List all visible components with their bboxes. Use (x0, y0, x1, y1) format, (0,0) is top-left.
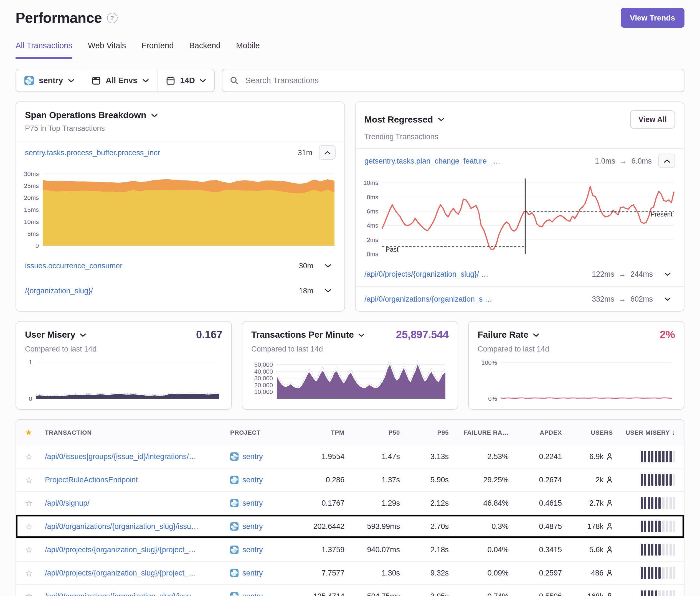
duration-value: 31m (298, 148, 312, 157)
transaction-link[interactable]: /api/0/projects/{organization_slug}/{pro… (45, 546, 226, 554)
card-title[interactable]: Transactions Per Minute (251, 330, 354, 340)
from-value: 122ms (592, 270, 614, 278)
page-filter-bar: sentry All Envs 14D (16, 69, 684, 92)
python-project-icon (230, 592, 239, 596)
collapse-chevron-up-button[interactable] (319, 145, 335, 160)
tpm-value: 0.286 (296, 476, 345, 484)
table-row: ☆/api/0/organizations/{organization_slug… (16, 515, 684, 538)
view-trends-button[interactable]: View Trends (620, 8, 684, 28)
expand-chevron-down-button[interactable] (659, 267, 675, 281)
expand-chevron-down-button[interactable] (659, 292, 675, 306)
users-count: 2.7k (589, 499, 603, 507)
python-project-icon (24, 76, 34, 85)
project-link[interactable]: sentry (242, 546, 263, 554)
p95-value: 2.12s (400, 499, 449, 507)
svg-text:50,000: 50,000 (254, 361, 273, 368)
failure-rate-value: 29.25% (449, 476, 509, 484)
star-header-icon[interactable]: ★ (25, 428, 45, 436)
tab-backend[interactable]: Backend (189, 41, 221, 59)
panel-transaction-row: /api/0/projects/{organization_slug}/ …12… (355, 262, 684, 286)
search-input[interactable] (244, 75, 677, 85)
p95-value: 9.32s (400, 569, 449, 577)
project-link[interactable]: sentry (242, 569, 263, 577)
user-misery-bars (641, 544, 675, 555)
transaction-link[interactable]: /api/0/organizations/{organization_slug}… (45, 592, 226, 596)
column-apdex[interactable]: APDEX (509, 429, 562, 436)
transaction-link[interactable]: ProjectRuleActionsEndpoint (45, 476, 226, 484)
column-user-misery[interactable]: USER MISERY ↓ (613, 429, 675, 436)
column-failure-rate[interactable]: FAILURE RA… (449, 429, 509, 436)
star-icon[interactable]: ☆ (25, 545, 33, 554)
star-icon[interactable]: ☆ (25, 498, 33, 508)
svg-text:15ms: 15ms (24, 206, 39, 213)
person-icon (606, 499, 613, 507)
tab-all-transactions[interactable]: All Transactions (16, 41, 72, 59)
help-icon[interactable]: ? (107, 12, 117, 23)
column-users[interactable]: USERS (562, 429, 613, 436)
project-link[interactable]: sentry (242, 499, 263, 507)
project-link[interactable]: sentry (242, 522, 263, 530)
column-tpm[interactable]: TPM (296, 429, 345, 436)
card-title[interactable]: Failure Rate (478, 330, 528, 340)
star-icon[interactable]: ☆ (25, 568, 33, 577)
environment-filter-label: All Envs (106, 76, 137, 85)
project-link[interactable]: sentry (242, 476, 263, 484)
transaction-link[interactable]: /api/0/organizations/{organization_s … (365, 295, 492, 303)
tab-web-vitals[interactable]: Web Vitals (88, 41, 126, 59)
project-link[interactable]: sentry (242, 592, 263, 596)
tpm-chart: 50,00040,00030,00020,00010,000 (251, 357, 449, 403)
python-project-icon (230, 569, 239, 577)
transaction-link[interactable]: getsentry.tasks.plan_change_feature_ … (365, 157, 500, 165)
column-transaction[interactable]: TRANSACTION (45, 429, 230, 436)
project-link[interactable]: sentry (242, 452, 263, 461)
environment-filter[interactable]: All Envs (83, 69, 157, 92)
chevron-down-icon[interactable] (438, 118, 444, 122)
collapse-chevron-up-button[interactable] (658, 154, 675, 168)
arrow-right-icon: → (620, 157, 627, 165)
span-operations-title[interactable]: Span Operations Breakdown (25, 110, 146, 120)
most-regressed-title[interactable]: Most Regressed (365, 114, 433, 125)
card-title[interactable]: User Misery (25, 330, 75, 340)
column-p95[interactable]: P95 (400, 429, 449, 436)
project-filter[interactable]: sentry (16, 69, 83, 92)
tab-frontend[interactable]: Frontend (142, 41, 174, 59)
person-icon (606, 593, 613, 596)
star-icon[interactable]: ☆ (25, 451, 33, 461)
star-icon[interactable]: ☆ (25, 475, 33, 484)
transaction-link[interactable]: /{organization_slug}/ (25, 286, 93, 295)
p50-value: 504.75ms (345, 592, 400, 596)
expand-chevron-down-button[interactable] (320, 259, 335, 272)
chevron-down-icon (200, 78, 206, 82)
column-p50[interactable]: P50 (345, 429, 400, 436)
span-operations-chart: 30ms25ms20ms15ms10ms5ms0 (18, 167, 338, 250)
users-count: 5.6k (589, 546, 603, 554)
user-misery-bars (641, 591, 675, 596)
transaction-link[interactable]: /api/0/organizations/{organization_slug}… (45, 522, 226, 530)
p50-value: 593.99ms (345, 522, 400, 530)
transaction-link[interactable]: issues.occurrence_consumer (25, 261, 122, 270)
span-operations-subtitle: P75 in Top Transactions (25, 124, 335, 132)
star-icon[interactable]: ☆ (25, 591, 33, 596)
project-filter-label: sentry (39, 76, 63, 85)
from-value: 1.0ms (595, 157, 616, 165)
duration-value: 18m (299, 286, 314, 295)
panel-transaction-row: /api/0/organizations/{organization_s …33… (355, 286, 684, 311)
star-icon[interactable]: ☆ (25, 521, 33, 531)
card-subtitle: Compared to last 14d (251, 345, 449, 353)
person-icon (606, 546, 613, 553)
transaction-link[interactable]: sentry.tasks.process_buffer.process_incr (25, 148, 160, 157)
expand-chevron-down-button[interactable] (320, 284, 335, 297)
chevron-down-icon (68, 78, 74, 82)
date-range-filter[interactable]: 14D (157, 69, 215, 92)
chevron-down-icon[interactable] (151, 113, 157, 117)
transaction-link[interactable]: /api/0/projects/{organization_slug}/{pro… (45, 569, 226, 577)
view-all-button[interactable]: View All (630, 110, 675, 129)
chevron-down-icon[interactable] (80, 333, 86, 337)
transaction-link[interactable]: /api/0/projects/{organization_slug}/ … (365, 270, 489, 278)
column-project[interactable]: PROJECT (230, 429, 296, 436)
tab-mobile[interactable]: Mobile (236, 41, 259, 59)
transaction-link[interactable]: /api/0/issues|groups/{issue_id}/integrat… (45, 452, 226, 461)
chevron-down-icon[interactable] (533, 333, 539, 337)
transaction-link[interactable]: /api/0/signup/ (45, 499, 226, 507)
chevron-down-icon[interactable] (358, 333, 365, 337)
